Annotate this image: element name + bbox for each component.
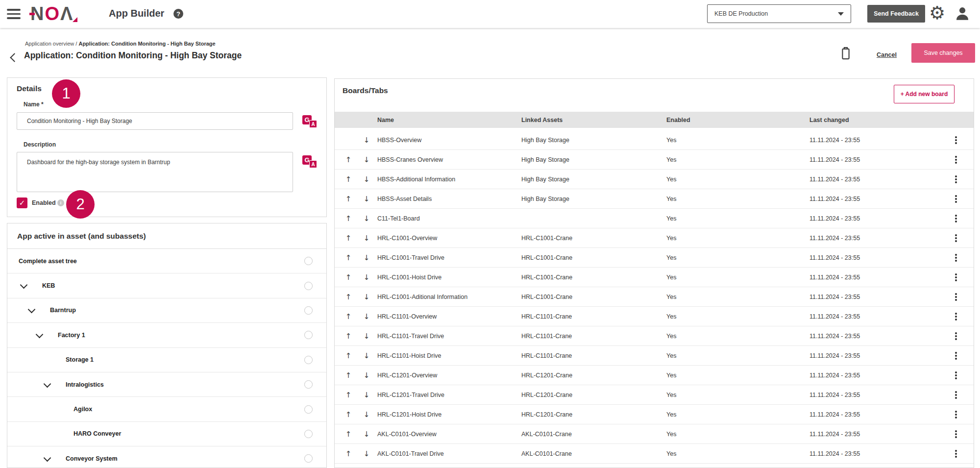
row-menu-kebab-icon[interactable] — [955, 218, 957, 220]
move-down-button[interactable]: ↓ — [363, 312, 370, 321]
row-menu-kebab-icon[interactable] — [955, 296, 957, 298]
row-menu-kebab-icon[interactable] — [955, 276, 957, 278]
cancel-button[interactable]: Cancel — [877, 51, 897, 58]
move-up-button[interactable]: ↑ — [344, 195, 352, 203]
move-up-button[interactable]: ↑ — [344, 312, 352, 321]
move-up-button[interactable]: ↑ — [344, 351, 352, 360]
move-down-button[interactable]: ↓ — [363, 273, 370, 282]
row-menu-kebab-icon[interactable] — [955, 433, 957, 435]
move-up-button[interactable]: ↑ — [344, 293, 352, 301]
row-menu-kebab-icon[interactable] — [955, 394, 957, 396]
row-menu-kebab-icon[interactable] — [955, 178, 957, 180]
row-menu-kebab-icon[interactable] — [955, 139, 957, 141]
chevron-down-icon — [838, 12, 844, 16]
translate-icon[interactable]: G A — [302, 155, 317, 168]
board-name-cell: HRL-C1201-Travel Drive — [377, 392, 521, 398]
asset-radio-button[interactable] — [304, 282, 313, 290]
board-name-cell: HRL-C1001-Aditional Information — [377, 294, 521, 300]
move-down-button[interactable]: ↓ — [363, 293, 370, 301]
name-input[interactable] — [17, 112, 293, 130]
board-name-cell: HRL-C1001-Overview — [377, 235, 521, 242]
move-up-button[interactable]: ↑ — [344, 449, 352, 458]
add-new-board-button[interactable]: + Add new board — [894, 85, 955, 103]
move-down-button[interactable]: ↓ — [363, 332, 370, 341]
row-menu-kebab-icon[interactable] — [955, 159, 957, 161]
asset-tree-list: Complete asset tree KEB Barntrup Factory… — [7, 249, 326, 468]
chevron-down-icon[interactable] — [27, 305, 37, 315]
hamburger-menu-icon[interactable] — [7, 9, 21, 19]
gear-icon[interactable]: ⚙ — [929, 2, 945, 24]
board-linked-assets-cell: HRL-C1201-Crane — [521, 372, 666, 379]
enabled-checkbox[interactable]: ✓ — [17, 197, 27, 208]
asset-radio-button[interactable] — [304, 405, 313, 414]
move-up-button[interactable]: ↑ — [344, 410, 352, 419]
chevron-down-icon[interactable] — [35, 330, 45, 340]
user-profile-icon[interactable] — [954, 5, 971, 24]
board-table-row: ↑ ↓ AKL-C0101-Travel Drive AKL-C0101-Cra… — [335, 444, 974, 464]
board-name-cell: HBSS-Overview — [377, 137, 521, 144]
row-menu-kebab-icon[interactable] — [955, 237, 957, 239]
move-up-button[interactable]: ↑ — [344, 253, 352, 262]
move-up-button[interactable]: ↑ — [344, 273, 352, 282]
asset-radio-button[interactable] — [304, 306, 313, 315]
row-menu-kebab-icon[interactable] — [955, 198, 957, 200]
linked-assets-column-header: Linked Assets — [521, 117, 666, 123]
move-down-button[interactable]: ↓ — [363, 351, 370, 360]
board-name-cell: HBSS-Additional Information — [377, 176, 521, 183]
board-name-cell: HRL-C1101-Overview — [377, 313, 521, 320]
move-down-button[interactable]: ↓ — [363, 234, 370, 243]
move-down-button[interactable]: ↓ — [363, 175, 370, 184]
chevron-down-icon[interactable] — [19, 281, 29, 291]
board-table-row: ↑ ↓ HRL-C1101-Travel Drive HRL-C1101-Cra… — [335, 326, 974, 346]
move-down-button[interactable]: ↓ — [363, 371, 370, 380]
asset-tree-row: KEB — [7, 273, 326, 298]
move-down-button[interactable]: ↓ — [363, 195, 370, 203]
send-feedback-button[interactable]: Send Feedback — [867, 5, 925, 23]
breadcrumb-root[interactable]: Application overview — [25, 41, 74, 47]
description-input[interactable]: Dashboard for the high-bay storage syste… — [17, 152, 293, 192]
move-up-button[interactable]: ↑ — [344, 371, 352, 380]
move-up-button[interactable]: ↑ — [344, 430, 352, 439]
move-down-button[interactable]: ↓ — [363, 410, 370, 419]
asset-radio-button[interactable] — [304, 430, 313, 438]
move-down-button[interactable]: ↓ — [363, 253, 370, 262]
row-menu-kebab-icon[interactable] — [955, 355, 957, 357]
board-last-changed-cell: 11.11.2024 - 23:55 — [809, 352, 941, 359]
save-changes-button[interactable]: Save changes — [911, 43, 975, 63]
tenant-dropdown[interactable]: KEB DE Production — [707, 4, 851, 23]
move-down-button[interactable]: ↓ — [363, 155, 370, 164]
move-up-button[interactable]: ↑ — [344, 175, 352, 184]
move-down-button[interactable]: ↓ — [363, 136, 370, 145]
board-table-row: ↑ ↓ HRL-C1001-Hoist Drive HRL-C1001-Cran… — [335, 268, 974, 287]
board-last-changed-cell: 11.11.2024 - 23:55 — [809, 372, 941, 379]
move-up-button[interactable]: ↑ — [344, 391, 352, 399]
row-menu-kebab-icon[interactable] — [955, 335, 957, 337]
move-down-button[interactable]: ↓ — [363, 214, 370, 223]
translate-icon[interactable]: G A — [302, 115, 317, 128]
move-down-button[interactable]: ↓ — [363, 449, 370, 458]
row-menu-kebab-icon[interactable] — [955, 453, 957, 455]
move-up-button[interactable]: ↑ — [344, 332, 352, 341]
asset-radio-button[interactable] — [304, 380, 313, 389]
row-menu-kebab-icon[interactable] — [955, 257, 957, 259]
delete-application-button[interactable] — [839, 46, 854, 62]
row-menu-kebab-icon[interactable] — [955, 374, 957, 376]
help-icon[interactable]: ? — [173, 9, 183, 19]
board-enabled-cell: Yes — [666, 333, 809, 340]
asset-radio-button[interactable] — [304, 454, 313, 463]
move-down-button[interactable]: ↓ — [363, 391, 370, 399]
move-down-button[interactable]: ↓ — [363, 430, 370, 439]
board-enabled-cell: Yes — [666, 294, 809, 300]
move-up-button[interactable]: ↑ — [344, 155, 352, 164]
back-button[interactable] — [8, 53, 18, 63]
chevron-down-icon[interactable] — [43, 380, 52, 390]
asset-radio-button[interactable] — [304, 356, 313, 364]
chevron-down-icon[interactable] — [43, 454, 52, 464]
row-menu-kebab-icon[interactable] — [955, 316, 957, 318]
asset-radio-button[interactable] — [304, 257, 313, 265]
move-up-button[interactable]: ↑ — [344, 234, 352, 243]
name-field-label: Name * — [24, 101, 44, 108]
asset-radio-button[interactable] — [304, 331, 313, 339]
row-menu-kebab-icon[interactable] — [955, 414, 957, 416]
move-up-button[interactable]: ↑ — [344, 214, 352, 223]
